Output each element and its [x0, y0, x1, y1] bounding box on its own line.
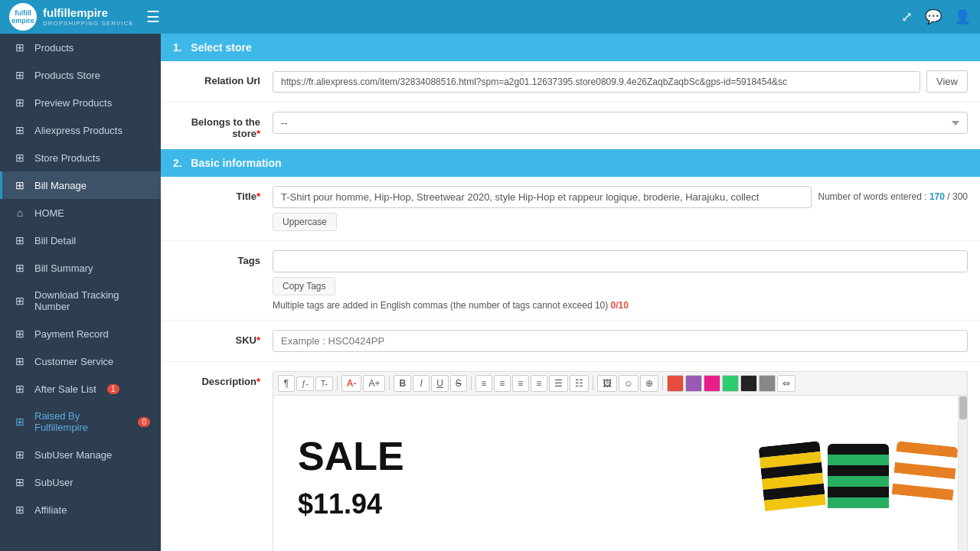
sidebar-item-store-products[interactable]: ⊞ Store Products — [0, 144, 161, 171]
tb-unordered-list[interactable]: ☷ — [570, 375, 589, 392]
sidebar-item-label: HOME — [34, 207, 64, 219]
title-controls: Number of words entered : 170 / 300 Uppe… — [273, 186, 968, 231]
tb-underline[interactable]: U — [431, 375, 449, 392]
sidebar-item-label: Store Products — [34, 152, 100, 164]
toolbar-sep5 — [662, 377, 663, 390]
relation-url-row: Relation Url View — [161, 61, 980, 103]
sidebar-item-after-sale[interactable]: ⊞ After Sale List 1 — [0, 375, 161, 403]
description-scrollbar[interactable] — [958, 396, 967, 551]
description-content[interactable]: SALE $11.94 — [273, 396, 967, 551]
title-input[interactable] — [273, 186, 812, 208]
tb-more[interactable]: ⇔ — [777, 375, 795, 392]
sidebar-item-download-tracking[interactable]: ⊞ Download Tracking Number — [0, 282, 161, 320]
uppercase-button[interactable]: Uppercase — [273, 213, 337, 231]
tb-align-justify[interactable]: ≡ — [531, 375, 547, 392]
word-count: Number of words entered : 170 / 300 — [818, 186, 968, 202]
desc-required: * — [256, 376, 260, 387]
description-label: Description* — [173, 371, 273, 387]
bill-summary-icon: ⊞ — [13, 262, 27, 274]
tb-font-color[interactable]: A- — [341, 375, 362, 392]
title-input-row: Number of words entered : 170 / 300 — [273, 186, 968, 208]
sidebar-item-bill-summary[interactable]: ⊞ Bill Summary — [0, 254, 161, 282]
toolbar-sep1 — [337, 377, 338, 390]
color-green[interactable] — [722, 375, 739, 392]
color-gray[interactable] — [759, 375, 776, 392]
color-purple[interactable] — [685, 375, 702, 392]
tags-hint: Multiple tags are added in English comma… — [273, 300, 968, 311]
sku-input[interactable] — [273, 330, 968, 352]
tb-paragraph[interactable]: ¶ — [278, 375, 295, 392]
tb-strikethrough[interactable]: S — [450, 375, 467, 392]
tags-controls: Copy Tags Multiple tags are added in Eng… — [273, 250, 968, 311]
section1-header: 1. Select store — [161, 34, 980, 61]
sidebar-item-customer-service[interactable]: ⊞ Customer Service — [0, 347, 161, 375]
logo-text-block: fulfillempire DROPSHIPPING SERVICE — [43, 7, 134, 27]
tb-align-left[interactable]: ≡ — [475, 375, 492, 392]
messages-icon[interactable]: 💬 — [925, 8, 942, 25]
belongs-select[interactable]: -- — [273, 112, 968, 134]
title-required: * — [256, 191, 260, 202]
tb-bold[interactable]: B — [394, 375, 411, 392]
subuser-icon: ⊞ — [13, 476, 27, 488]
word-count-current: 170 — [929, 191, 945, 202]
section2-number: 2. — [173, 157, 182, 169]
sidebar-item-label: Bill Detail — [34, 235, 76, 246]
toolbar-sep4 — [593, 377, 593, 390]
sidebar-item-affiliate[interactable]: ⊞ Affiliate — [0, 496, 161, 523]
belongs-to-row: Belongs to the store* -- — [161, 103, 980, 149]
tb-align-right[interactable]: ≡ — [512, 375, 529, 392]
sidebar-item-payment-record[interactable]: ⊞ Payment Record — [0, 320, 161, 347]
sku-controls — [273, 330, 968, 352]
view-button[interactable]: View — [926, 70, 968, 93]
description-controls: ¶ ƒ- T- A- A+ B I U S ≡ ≡ ≡ — [273, 371, 968, 551]
hamburger-icon[interactable]: ☰ — [146, 8, 160, 26]
sidebar-item-aliexpress-products[interactable]: ⊞ Aliexpress Products — [0, 116, 161, 144]
sidebar-item-bill-manage[interactable]: ⊞ Bill Manage — [0, 171, 161, 199]
main-content: 1. Select store Relation Url View Belong… — [161, 34, 980, 551]
color-red[interactable] — [667, 375, 684, 392]
section1-label: Select store — [191, 41, 251, 54]
tb-align-center[interactable]: ≡ — [494, 375, 511, 392]
description-toolbar: ¶ ƒ- T- A- A+ B I U S ≡ ≡ ≡ — [273, 371, 968, 395]
sidebar-item-preview-products[interactable]: ⊞ Preview Products — [0, 89, 161, 116]
title-row: Title* Number of words entered : 170 / 3… — [161, 177, 980, 241]
sidebar-item-subuser-manage[interactable]: ⊞ SubUser Manage — [0, 441, 161, 468]
sidebar-item-label: Customer Service — [34, 356, 113, 367]
sidebar-item-products[interactable]: ⊞ Products — [0, 34, 161, 61]
bill-detail-icon: ⊞ — [13, 234, 27, 246]
products-icon: ⊞ — [13, 41, 27, 54]
tags-label: Tags — [173, 250, 273, 266]
tb-font-size-up[interactable]: A+ — [363, 375, 385, 392]
raised-badge: 0 — [138, 417, 150, 427]
copy-tags-button[interactable]: Copy Tags — [273, 277, 335, 295]
sidebar-item-bill-detail[interactable]: ⊞ Bill Detail — [0, 227, 161, 254]
tb-font-minus[interactable]: ƒ- — [296, 377, 314, 391]
tb-image[interactable]: 🖼 — [597, 375, 617, 392]
tb-special-char[interactable]: ⊕ — [640, 375, 658, 392]
relation-url-input[interactable] — [273, 71, 920, 93]
sale-title: SALE — [298, 436, 411, 476]
color-dark[interactable] — [740, 375, 757, 392]
sidebar-item-products-store[interactable]: ⊞ Products Store — [0, 61, 161, 89]
title-label: Title* — [173, 186, 273, 202]
tb-italic[interactable]: I — [413, 375, 430, 392]
sidebar-item-home[interactable]: ⌂ HOME — [0, 199, 161, 227]
affiliate-icon: ⊞ — [13, 504, 27, 516]
user-icon[interactable]: 👤 — [954, 8, 971, 25]
sidebar-item-label: Raised By Fulfillempire — [34, 410, 127, 433]
belongs-required: * — [256, 128, 260, 139]
sidebar-item-raised[interactable]: ⊞ Raised By Fulfillempire 0 — [0, 403, 161, 441]
tb-emoji[interactable]: ☺ — [619, 375, 639, 392]
tb-ordered-list[interactable]: ☰ — [549, 375, 568, 392]
shirts-image — [433, 408, 955, 549]
tb-text-minus[interactable]: T- — [315, 377, 333, 391]
preview-products-icon: ⊞ — [13, 96, 27, 109]
sidebar-item-label: Preview Products — [34, 97, 112, 109]
after-sale-icon: ⊞ — [13, 383, 27, 395]
sidebar-item-subuser[interactable]: ⊞ SubUser — [0, 468, 161, 496]
tags-input[interactable] — [273, 250, 968, 272]
color-pink[interactable] — [704, 375, 720, 392]
sku-row: SKU* — [161, 321, 980, 362]
fullscreen-icon[interactable]: ⤢ — [901, 8, 913, 25]
logo-area: fulfillempire fulfillempire DROPSHIPPING… — [9, 3, 160, 31]
